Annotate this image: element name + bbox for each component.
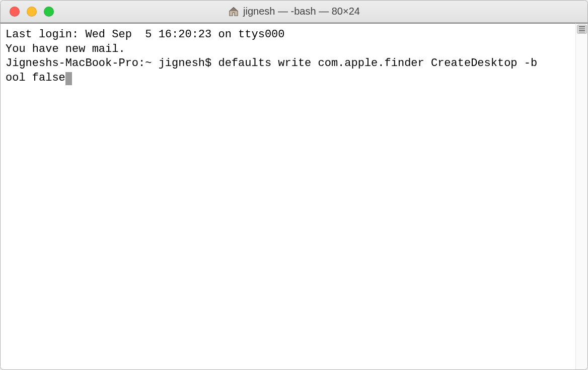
command-text: defaults write com.apple.finder CreateDe… [218, 57, 537, 70]
window-title: jignesh — -bash — 80×24 [243, 6, 360, 17]
minimize-button[interactable] [27, 7, 37, 17]
traffic-lights [10, 7, 54, 17]
maximize-button[interactable] [44, 7, 54, 17]
content-wrap: Last login: Wed Sep 5 16:20:23 on ttys00… [1, 23, 587, 369]
terminal-window: jignesh — -bash — 80×24 Last login: Wed … [0, 0, 588, 370]
titlebar[interactable]: jignesh — -bash — 80×24 [1, 1, 587, 23]
prompt-text: Jigneshs-MacBook-Pro:~ jignesh$ [6, 57, 218, 70]
lines-icon[interactable] [577, 25, 587, 34]
window-title-wrap: jignesh — -bash — 80×24 [1, 6, 587, 17]
home-icon [228, 6, 239, 17]
terminal-line: Last login: Wed Sep 5 16:20:23 on ttys00… [6, 28, 572, 42]
terminal-body[interactable]: Last login: Wed Sep 5 16:20:23 on ttys00… [1, 23, 575, 369]
terminal-line: Jigneshs-MacBook-Pro:~ jignesh$ defaults… [6, 56, 572, 71]
command-text: ool false [6, 72, 65, 84]
terminal-line: You have new mail. [6, 42, 572, 57]
close-button[interactable] [10, 7, 20, 17]
cursor [65, 72, 72, 85]
terminal-line: ool false [6, 71, 572, 86]
scrollbar-track[interactable] [575, 23, 587, 369]
